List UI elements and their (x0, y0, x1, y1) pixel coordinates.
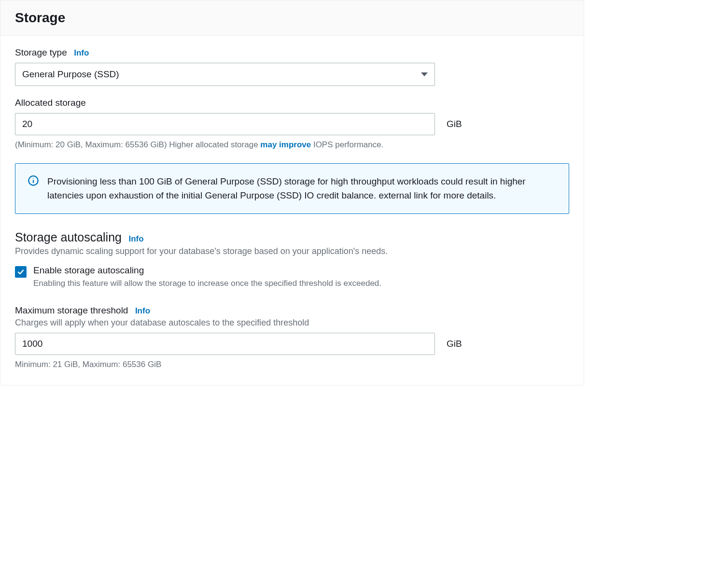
storage-type-info-link[interactable]: Info (74, 48, 89, 57)
allocated-storage-group: Allocated storage GiB (Minimum: 20 GiB, … (15, 98, 569, 151)
svg-point-2 (33, 178, 34, 179)
panel-body: Storage type Info General Purpose (SSD) … (0, 36, 584, 385)
info-icon (28, 175, 39, 186)
threshold-description: Charges will apply when your database au… (15, 318, 569, 328)
threshold-group: Maximum storage threshold Info Charges w… (15, 305, 569, 370)
threshold-input[interactable] (15, 333, 435, 355)
info-icon-wrap (28, 174, 39, 203)
panel-header: Storage (0, 0, 584, 36)
autoscaling-description: Provides dynamic scaling support for you… (15, 246, 569, 256)
caret-down-icon (421, 72, 428, 76)
checkmark-icon (17, 268, 25, 276)
allocated-storage-row: GiB (15, 113, 569, 135)
storage-type-group: Storage type Info General Purpose (SSD) (15, 47, 569, 86)
info-alert-text: Provisioning less than 100 GiB of Genera… (47, 174, 556, 203)
storage-type-select-wrap: General Purpose (SSD) (15, 63, 435, 86)
autoscaling-checkbox-desc: Enabling this feature will allow the sto… (33, 278, 381, 289)
threshold-row: GiB (15, 333, 569, 355)
autoscaling-section: Storage autoscaling Info Provides dynami… (15, 230, 569, 289)
enable-autoscaling-checkbox[interactable] (15, 266, 27, 278)
storage-type-selected-value: General Purpose (SSD) (22, 69, 119, 80)
allocated-storage-helper-suffix: IOPS performance. (311, 140, 383, 149)
allocated-storage-unit: GiB (447, 119, 462, 129)
threshold-info-link[interactable]: Info (135, 306, 150, 315)
storage-info-alert: Provisioning less than 100 GiB of Genera… (15, 163, 569, 214)
allocated-storage-helper: (Minimum: 20 GiB, Maximum: 65536 GiB) Hi… (15, 139, 569, 151)
panel-title: Storage (15, 10, 569, 26)
autoscaling-checkbox-label: Enable storage autoscaling (33, 265, 381, 276)
storage-type-label: Storage type (15, 47, 67, 58)
storage-panel: Storage Storage type Info General Purpos… (0, 0, 584, 385)
threshold-label: Maximum storage threshold (15, 305, 128, 316)
autoscaling-checkbox-row: Enable storage autoscaling Enabling this… (15, 265, 569, 289)
threshold-helper: Minimum: 21 GiB, Maximum: 65536 GiB (15, 359, 569, 370)
allocated-storage-helper-prefix: (Minimum: 20 GiB, Maximum: 65536 GiB) Hi… (15, 140, 260, 149)
autoscaling-info-link[interactable]: Info (128, 234, 143, 243)
threshold-unit: GiB (447, 339, 462, 349)
autoscaling-title: Storage autoscaling (15, 230, 122, 244)
allocated-storage-label: Allocated storage (15, 98, 86, 108)
allocated-storage-input[interactable] (15, 113, 435, 135)
allocated-storage-helper-link[interactable]: may improve (260, 140, 311, 149)
autoscaling-checkbox-text: Enable storage autoscaling Enabling this… (33, 265, 381, 289)
storage-type-select[interactable]: General Purpose (SSD) (15, 63, 435, 86)
